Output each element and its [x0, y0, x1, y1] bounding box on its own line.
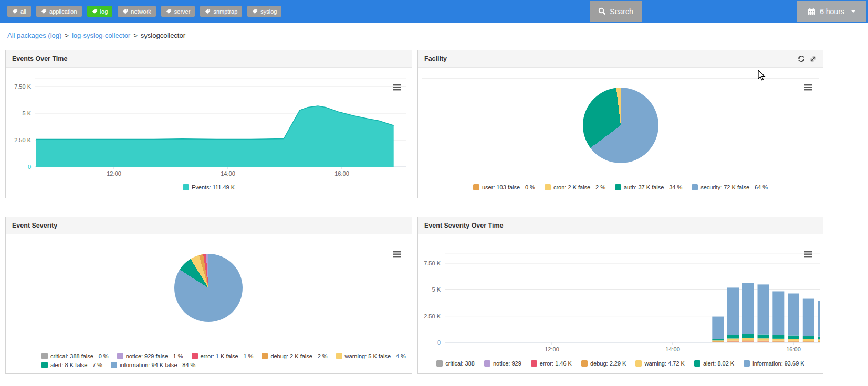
svg-text:0: 0: [28, 164, 31, 170]
legend-label: auth: 37 K false - 34 %: [624, 184, 682, 190]
search-icon: [598, 7, 606, 15]
events-legend: Events: 111.49 K: [6, 184, 412, 193]
legend-item[interactable]: notice: 929: [484, 360, 521, 367]
legend-swatch: [744, 360, 750, 367]
tag-chip-label: network: [131, 8, 151, 15]
legend-item[interactable]: information: 93.69 K: [744, 360, 804, 367]
chart-menu-button[interactable]: [392, 83, 402, 93]
tag-chip-label: application: [49, 8, 77, 15]
event-severity-legend: critical: 388 false - 0 %notice: 929 fal…: [41, 353, 401, 371]
tag-chip-all[interactable]: all: [7, 6, 31, 17]
tag-chip-label: syslog: [260, 8, 277, 15]
legend-item[interactable]: Events: 111.49 K: [183, 184, 235, 190]
facility-pie[interactable]: [583, 88, 658, 163]
tag-chip-label: snmptrap: [213, 8, 237, 15]
panel-event-severity-body: critical: 388 false - 0 %notice: 929 fal…: [6, 234, 412, 373]
breadcrumb-separator: >: [133, 31, 138, 39]
svg-text:14:00: 14:00: [221, 170, 235, 177]
tag-chip-snmptrap[interactable]: snmptrap: [200, 6, 242, 17]
svg-text:2.50 K: 2.50 K: [424, 313, 441, 319]
tag-chip-network[interactable]: network: [118, 6, 156, 17]
legend-swatch: [41, 362, 48, 368]
legend-item[interactable]: security: 72 K false - 64 %: [692, 184, 768, 190]
legend-label: warning: 5 K false - 4 %: [345, 353, 406, 359]
chart-menu-button[interactable]: [392, 250, 402, 260]
legend-item[interactable]: notice: 929 false - 1 %: [117, 353, 183, 359]
panel-events-over-time: Events Over Time 02.50 K5 K7.50 K12:0014…: [5, 50, 412, 198]
breadcrumb-link[interactable]: All packages (log): [7, 31, 61, 39]
panel-event-severity-over-time-body: 02.50 K5 K7.50 K12:0014:0016:00 critical…: [418, 234, 823, 373]
tag-chip-application[interactable]: application: [36, 6, 82, 17]
legend-item[interactable]: auth: 37 K false - 34 %: [615, 184, 682, 190]
tag-chip-label: log: [100, 8, 108, 15]
legend-item[interactable]: critical: 388 false - 0 %: [41, 353, 109, 359]
legend-label: Events: 111.49 K: [192, 184, 235, 190]
legend-label: information: 93.69 K: [752, 360, 804, 367]
legend-label: information: 94 K false - 84 %: [120, 362, 195, 368]
legend-item[interactable]: warning: 4.72 K: [635, 360, 684, 367]
legend-item[interactable]: debug: 2 K false - 2 %: [262, 353, 327, 359]
legend-label: cron: 2 K false - 2 %: [553, 184, 605, 190]
svg-text:16:00: 16:00: [334, 170, 349, 177]
panel-title: Facility: [424, 55, 447, 62]
chart-menu-button[interactable]: [803, 83, 813, 93]
legend-swatch: [436, 360, 443, 367]
svg-text:14:00: 14:00: [665, 346, 680, 352]
refresh-icon[interactable]: [798, 55, 805, 62]
legend-item[interactable]: information: 94 K false - 84 %: [111, 362, 195, 368]
breadcrumb-link[interactable]: log-syslog-collector: [72, 31, 130, 39]
legend-label: notice: 929: [493, 360, 521, 367]
legend-label: error: 1.46 K: [540, 360, 572, 367]
legend-label: alert: 8.02 K: [703, 360, 734, 367]
legend-label: critical: 388 false - 0 %: [50, 353, 109, 359]
event-severity-over-time-legend: critical: 388notice: 929error: 1.46 Kdeb…: [418, 360, 823, 369]
legend-item[interactable]: error: 1 K false - 1 %: [192, 353, 254, 359]
panel-facility-body: user: 103 false - 0 %cron: 2 K false - 2…: [418, 68, 823, 198]
legend-swatch: [183, 184, 189, 190]
legend-label: user: 103 false - 0 %: [482, 184, 535, 190]
breadcrumb: All packages (log)>log-syslog-collector>…: [7, 31, 185, 39]
event-severity-over-time-chart: 02.50 K5 K7.50 K12:0014:0016:00: [418, 234, 823, 374]
legend-label: alert: 8 K false - 7 %: [50, 362, 102, 368]
search-button-label: Search: [610, 7, 633, 16]
panel-title: Events Over Time: [12, 55, 67, 62]
panel-events-over-time-header: Events Over Time: [6, 50, 412, 68]
breadcrumb-current: syslogcollector: [141, 31, 185, 39]
svg-text:7.50 K: 7.50 K: [14, 83, 31, 90]
plot-top-divider: [422, 78, 819, 79]
panel-facility: Facility: [417, 50, 823, 198]
tag-chip-syslog[interactable]: syslog: [247, 6, 281, 17]
chart-menu-button[interactable]: [803, 250, 813, 260]
legend-item[interactable]: error: 1.46 K: [531, 360, 572, 367]
expand-icon[interactable]: [810, 56, 817, 62]
legend-swatch: [117, 353, 123, 359]
legend-swatch: [692, 184, 698, 190]
svg-text:12:00: 12:00: [107, 170, 121, 177]
time-range-button[interactable]: 6 hours: [797, 1, 866, 22]
legend-item[interactable]: alert: 8.02 K: [694, 360, 734, 367]
tag-icon: [41, 8, 47, 14]
legend-item[interactable]: user: 103 false - 0 %: [473, 184, 535, 190]
legend-item[interactable]: warning: 5 K false - 4 %: [336, 353, 406, 359]
legend-label: error: 1 K false - 1 %: [201, 353, 254, 359]
tag-icon: [252, 8, 258, 14]
tag-chip-server[interactable]: server: [161, 6, 195, 17]
legend-swatch: [484, 360, 490, 367]
events-over-time-chart: 02.50 K5 K7.50 K12:0014:0016:00: [6, 68, 412, 199]
svg-text:7.50 K: 7.50 K: [424, 260, 441, 266]
legend-item[interactable]: debug: 2.29 K: [581, 360, 626, 367]
search-button[interactable]: Search: [590, 1, 642, 22]
legend-swatch: [336, 353, 342, 359]
chevron-down-icon: [851, 10, 856, 13]
legend-swatch: [545, 184, 551, 190]
legend-item[interactable]: critical: 388: [436, 360, 475, 367]
tag-chip-log[interactable]: log: [87, 6, 113, 17]
panel-title: Event Severity: [12, 222, 57, 229]
legend-label: debug: 2 K false - 2 %: [270, 353, 327, 359]
legend-item[interactable]: alert: 8 K false - 7 %: [41, 362, 102, 368]
event-severity-pie[interactable]: [174, 254, 243, 322]
legend-item[interactable]: cron: 2 K false - 2 %: [545, 184, 605, 190]
panel-facility-header: Facility: [418, 50, 823, 68]
tag-chip-label: server: [174, 8, 191, 15]
panel-events-over-time-body: 02.50 K5 K7.50 K12:0014:0016:00 Events: …: [6, 68, 412, 198]
